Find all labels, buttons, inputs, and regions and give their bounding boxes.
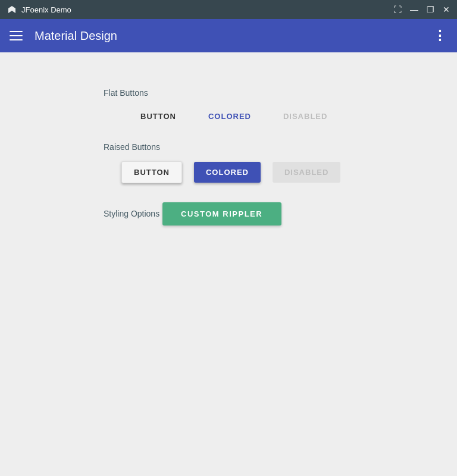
raised-buttons-row: BUTTON COLORED DISABLED xyxy=(104,161,353,183)
title-bar-left: JFoenix Demo xyxy=(7,5,71,14)
window-title: JFoenix Demo xyxy=(21,5,71,14)
flat-button-colored[interactable]: COLORED xyxy=(201,107,258,126)
app-icon xyxy=(7,5,17,14)
flat-button-default[interactable]: BUTTON xyxy=(133,107,183,126)
hamburger-line xyxy=(10,31,23,32)
title-bar: JFoenix Demo ⛶ — ❐ ✕ xyxy=(0,0,457,19)
hamburger-line xyxy=(10,35,23,36)
flat-button-disabled: DISABLED xyxy=(276,107,334,126)
window-controls: ⛶ — ❐ ✕ xyxy=(393,5,450,14)
hamburger-line xyxy=(10,39,23,40)
styling-options-label: Styling Options xyxy=(104,209,159,218)
app-bar-left: Material Design xyxy=(10,29,117,43)
raised-buttons-label: Raised Buttons xyxy=(104,142,353,152)
raised-button-colored[interactable]: COLORED xyxy=(194,162,261,183)
overflow-menu-button[interactable]: ⋮ xyxy=(433,28,447,43)
main-content: Flat Buttons BUTTON COLORED DISABLED Rai… xyxy=(0,52,457,476)
restore-button[interactable]: ❐ xyxy=(427,5,434,14)
hamburger-menu-button[interactable] xyxy=(10,31,23,40)
raised-button-default[interactable]: BUTTON xyxy=(121,161,182,183)
flat-buttons-row: BUTTON COLORED DISABLED xyxy=(104,107,353,126)
flat-buttons-label: Flat Buttons xyxy=(104,88,353,98)
minimize-button[interactable]: — xyxy=(410,5,418,14)
custom-rippler-button[interactable]: CUSTOM RIPPLER xyxy=(162,202,281,226)
styling-options-section: Styling Options CUSTOM RIPPLER xyxy=(104,194,353,226)
close-button[interactable]: ✕ xyxy=(443,5,450,14)
content-container: Flat Buttons BUTTON COLORED DISABLED Rai… xyxy=(104,76,353,226)
maximize-button[interactable]: ⛶ xyxy=(393,5,402,14)
raised-button-disabled: DISABLED xyxy=(273,162,340,183)
app-bar-title: Material Design xyxy=(35,29,117,43)
svg-marker-0 xyxy=(8,6,15,13)
app-bar: Material Design ⋮ xyxy=(0,19,457,52)
